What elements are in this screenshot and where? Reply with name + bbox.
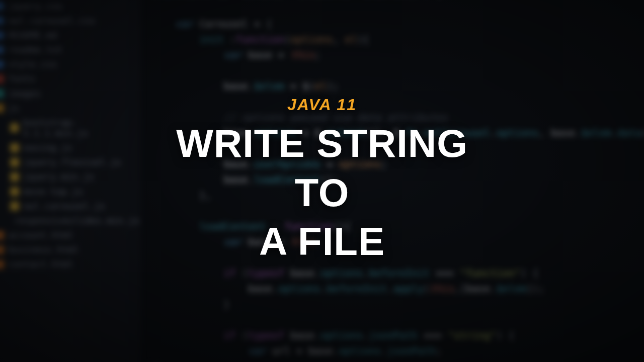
file-label: images (8, 88, 41, 99)
tree-item: jquery.min.js (0, 169, 141, 184)
eyebrow-text: JAVA 11 (176, 96, 468, 114)
file-label: js (8, 103, 19, 113)
tree-item: bootstrap-3.1.1.min.js (0, 115, 141, 140)
file-icon (0, 245, 4, 254)
file-label: bootstrap-3.1.1.min.js (23, 117, 136, 138)
file-icon (10, 187, 19, 196)
file-label: responsiveslides.min.js (14, 215, 139, 226)
file-label: style.css (8, 59, 57, 69)
file-icon (0, 31, 4, 40)
file-label: owl.carousel.css (8, 15, 95, 26)
code-line: } (151, 297, 644, 312)
file-icon (10, 202, 19, 211)
file-label: jquery.min.js (23, 171, 94, 182)
file-icon (0, 45, 4, 54)
tree-item: README.md (0, 28, 141, 42)
file-label: jquery.flexisel.js (23, 157, 121, 167)
code-line (151, 312, 644, 328)
file-label: readme.txt (8, 44, 62, 55)
code-line: init :function(options, el){ (151, 32, 644, 47)
file-label: easing.js (23, 142, 72, 153)
file-label: move-top.js (23, 186, 83, 197)
title-overlay: JAVA 11 WRITE STRING TO A FILE (176, 96, 468, 266)
tree-item: contact.html (0, 257, 141, 272)
tree-item: ▸fonts (0, 71, 141, 86)
code-line: var base = this; (151, 47, 644, 63)
tree-item: move-top.js (0, 184, 141, 199)
file-icon (10, 123, 19, 132)
tree-item: account.html (0, 228, 141, 242)
tree-item: style.css (0, 57, 141, 71)
file-label: README.md (8, 30, 57, 40)
file-icon (0, 60, 4, 69)
file-icon (0, 74, 4, 83)
tree-item: ▸images (0, 86, 141, 101)
file-icon (10, 172, 19, 182)
file-label: jquery.css (8, 1, 62, 11)
code-line: if (typeof base.options.jsonPath === "st… (151, 328, 644, 343)
code-line: if (typeof base.options.beforeInit === "… (151, 265, 644, 281)
tree-item: easing.js (0, 140, 141, 155)
file-label: fonts (8, 73, 35, 84)
file-icon (0, 231, 4, 240)
file-icon (0, 16, 4, 25)
headline-line-2: TO (295, 170, 350, 215)
code-line: base.options.beforeInit.apply(this,[base… (151, 281, 644, 297)
tree-item: owl.carousel.css (0, 13, 141, 28)
tree-item: business.html (0, 242, 141, 257)
file-icon (10, 143, 19, 152)
file-label: owl.carousel.js (23, 201, 105, 211)
headline-line-1: WRITE STRING (176, 121, 468, 165)
tree-item: readme.txt (0, 42, 141, 57)
tree-item: owl.carousel.js (0, 199, 141, 213)
code-line: var Carousel = { (151, 16, 644, 32)
code-line: base.$elem = $(el); (151, 78, 644, 94)
file-label: account.html (8, 230, 73, 240)
file-icon (10, 158, 19, 167)
tree-item: ▾js (0, 101, 141, 115)
tree-item: jquery.flexisel.js (0, 155, 141, 169)
tree-item: jquery.css (0, 0, 141, 13)
tree-item: responsiveslides.min.js (0, 213, 141, 228)
file-icon (0, 2, 4, 11)
file-icon (0, 104, 4, 113)
file-label: business.html (8, 244, 79, 255)
file-label: contact.html (8, 259, 73, 269)
headline-text: WRITE STRING TO A FILE (176, 119, 468, 266)
file-icon (0, 89, 4, 98)
code-line (151, 1, 644, 16)
headline-line-3: A FILE (259, 219, 385, 263)
code-line (151, 359, 644, 362)
file-icon (0, 260, 4, 269)
code-line (151, 63, 644, 78)
code-line: var url = base.options.jsonPath; (151, 343, 644, 359)
file-tree-sidebar: bootstrap.cssjquery.cssowl.carousel.cssR… (0, 0, 141, 362)
